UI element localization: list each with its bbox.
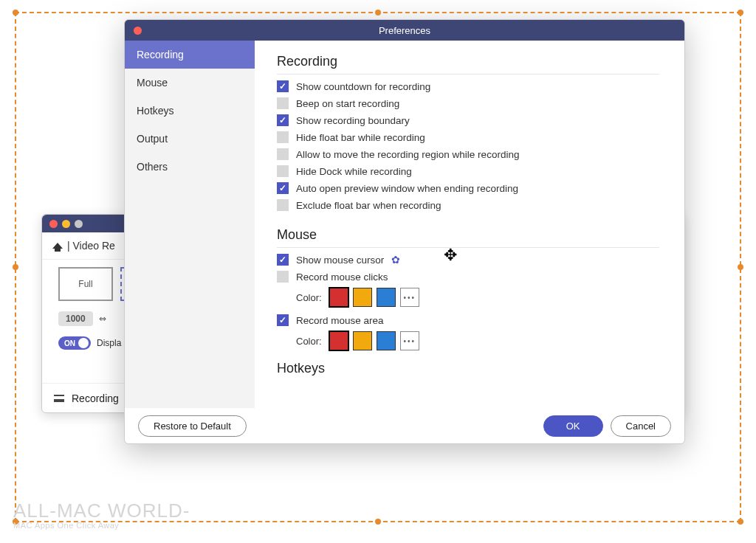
footer-label: Recording <box>72 392 119 404</box>
preferences-window: Preferences RecordingMouseHotkeysOutputO… <box>124 19 685 444</box>
window-title: Preferences <box>125 25 684 36</box>
capture-mode-full[interactable]: Full <box>58 267 113 301</box>
gear-icon[interactable]: ✿ <box>391 254 400 266</box>
color-swatch[interactable] <box>353 288 372 307</box>
option-row[interactable]: Allow to move the recording region while… <box>277 148 659 160</box>
link-icon[interactable]: ⇔ <box>99 314 106 324</box>
option-row[interactable]: Auto open preview window when ending rec… <box>277 182 659 194</box>
option-row[interactable]: Hide float bar while recording <box>277 131 659 143</box>
more-colors-button[interactable]: ••• <box>400 288 419 307</box>
display-toggle-label: Displa <box>97 338 121 348</box>
option-row[interactable]: Exclude float bar when recording <box>277 199 659 211</box>
restore-default-button[interactable]: Restore to Default <box>138 415 247 437</box>
color-swatch[interactable] <box>377 288 396 307</box>
color-swatch[interactable] <box>329 331 348 350</box>
option-label: Auto open preview window when ending rec… <box>296 183 518 194</box>
preferences-content: Recording Show countdown for recordingBe… <box>255 41 684 408</box>
resize-handle-icon[interactable] <box>738 264 743 270</box>
resize-handle-icon[interactable] <box>375 10 381 15</box>
close-icon[interactable] <box>49 220 58 228</box>
option-label: Record mouse area <box>296 315 384 326</box>
section-title-mouse: Mouse <box>277 227 659 248</box>
checkbox-icon[interactable] <box>277 271 289 283</box>
watermark: ALL-MAC WORLD- MAC Apps One Click Away <box>13 499 190 530</box>
resize-handle-icon[interactable] <box>738 519 743 525</box>
checkbox-icon[interactable] <box>277 182 289 194</box>
checkbox-icon[interactable] <box>277 97 289 109</box>
checkbox-icon[interactable] <box>277 199 289 211</box>
sidebar-item-mouse[interactable]: Mouse <box>125 69 255 97</box>
color-label: Color: <box>296 336 322 347</box>
option-label: Hide Dock while recording <box>296 166 412 177</box>
option-label: Show mouse cursor <box>296 255 384 266</box>
section-title-recording: Recording <box>277 54 659 75</box>
option-record-mouse-clicks[interactable]: Record mouse clicks <box>277 271 659 283</box>
resize-handle-icon[interactable] <box>13 264 18 270</box>
option-label: Beep on start recording <box>296 98 399 109</box>
checkbox-icon[interactable] <box>277 148 289 160</box>
option-label: Allow to move the recording region while… <box>296 149 519 160</box>
option-label: Exclude float bar when recording <box>296 200 441 211</box>
close-icon[interactable] <box>134 27 142 35</box>
section-title-hotkeys: Hotkeys <box>277 361 659 381</box>
home-icon[interactable] <box>52 243 63 249</box>
checkbox-icon[interactable] <box>277 131 289 143</box>
sidebar-item-recording[interactable]: Recording <box>125 41 255 69</box>
sidebar-item-others[interactable]: Others <box>125 153 255 181</box>
checkbox-icon[interactable] <box>277 114 289 126</box>
option-row[interactable]: Show countdown for recording <box>277 80 659 92</box>
option-row[interactable]: Hide Dock while recording <box>277 165 659 177</box>
option-record-mouse-area[interactable]: Record mouse area <box>277 314 659 326</box>
checkbox-icon[interactable] <box>277 80 289 92</box>
resize-handle-icon[interactable] <box>375 519 381 525</box>
preferences-sidebar: RecordingMouseHotkeysOutputOthers <box>125 41 255 408</box>
checkbox-icon[interactable] <box>277 254 289 266</box>
color-swatch[interactable] <box>329 288 348 307</box>
ok-button[interactable]: OK <box>543 415 603 437</box>
resize-handle-icon[interactable] <box>738 10 743 15</box>
resize-handle-icon[interactable] <box>13 10 18 15</box>
sidebar-item-output[interactable]: Output <box>125 125 255 153</box>
option-label: Show countdown for recording <box>296 81 430 92</box>
preferences-titlebar: Preferences <box>125 20 684 41</box>
preferences-footer: Restore to Default OK Cancel <box>125 408 684 443</box>
checkbox-icon[interactable] <box>277 314 289 326</box>
history-icon[interactable] <box>54 395 64 402</box>
width-field[interactable]: 1000 <box>58 311 93 326</box>
clicks-color-row: Color: ••• <box>296 288 659 307</box>
option-show-mouse-cursor[interactable]: Show mouse cursor ✿ <box>277 254 659 266</box>
option-label: Record mouse clicks <box>296 272 388 283</box>
area-color-row: Color: ••• <box>296 331 659 350</box>
content-scroll[interactable]: Recording Show countdown for recordingBe… <box>255 41 678 408</box>
color-swatch[interactable] <box>353 331 372 350</box>
more-colors-button[interactable]: ••• <box>400 331 419 350</box>
color-swatch[interactable] <box>377 331 396 350</box>
zoom-icon[interactable] <box>75 220 83 228</box>
cancel-button[interactable]: Cancel <box>611 415 671 437</box>
minimize-icon[interactable] <box>62 220 70 228</box>
option-row[interactable]: Beep on start recording <box>277 97 659 109</box>
option-label: Show recording boundary <box>296 115 410 126</box>
option-label: Hide float bar while recording <box>296 132 425 143</box>
breadcrumb-label: | Video Re <box>67 240 115 252</box>
display-toggle[interactable]: ON <box>58 336 91 350</box>
sidebar-item-hotkeys[interactable]: Hotkeys <box>125 97 255 125</box>
color-label: Color: <box>296 292 322 303</box>
checkbox-icon[interactable] <box>277 165 289 177</box>
option-row[interactable]: Show recording boundary <box>277 114 659 126</box>
